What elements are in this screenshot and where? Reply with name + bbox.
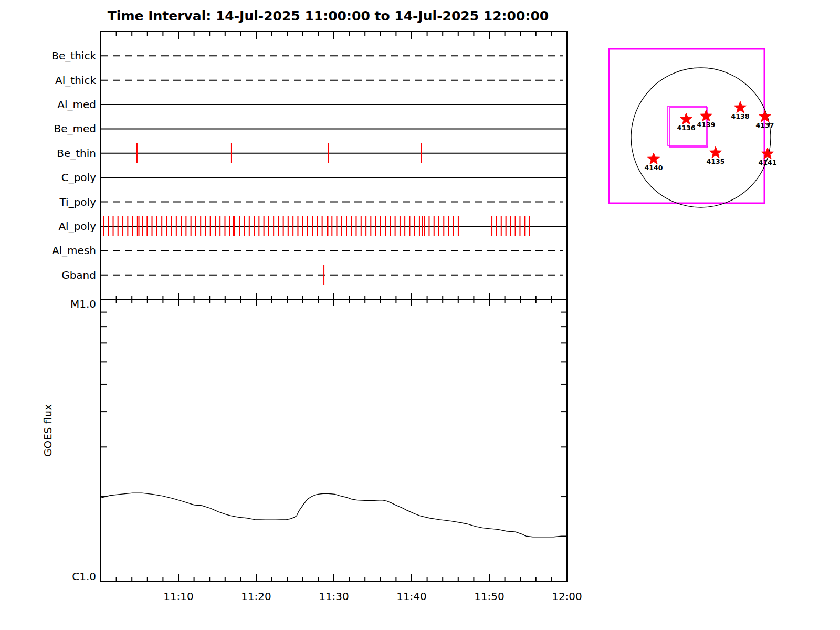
filter-label: Al_med xyxy=(57,98,96,111)
time-tick-label: 12:00 xyxy=(552,590,582,603)
filter-label: C_poly xyxy=(61,171,96,184)
active-region-star xyxy=(734,101,747,113)
observation-summary-plot: Be_thickAl_thickAl_medBe_medBe_thinC_pol… xyxy=(0,0,840,630)
time-tick-label: 11:10 xyxy=(163,590,194,603)
goes-panel-border xyxy=(101,299,567,582)
active-region-star xyxy=(700,110,712,121)
goes-flux-curve xyxy=(101,493,567,537)
filter-label: Ti_poly xyxy=(59,196,97,208)
filter-label: Al_thick xyxy=(55,74,96,87)
time-tick-label: 11:40 xyxy=(396,590,427,603)
filter-label: Al_mesh xyxy=(52,244,96,257)
time-tick-label: 11:50 xyxy=(474,590,505,603)
active-region-star xyxy=(680,113,692,124)
goes-ymax-label: M1.0 xyxy=(70,298,96,310)
active-region-label: 4139 xyxy=(697,121,716,129)
active-region-star xyxy=(710,146,722,158)
filter-label: Gband xyxy=(61,269,96,281)
filter-label: Be_thick xyxy=(51,49,96,62)
plot-canvas: Time Interval: 14-Jul-2025 11:00:00 to 1… xyxy=(0,0,840,630)
filter-label: Be_thin xyxy=(57,147,96,160)
time-tick-label: 11:20 xyxy=(241,590,271,603)
active-region-star xyxy=(648,153,660,164)
filter-label: Al_poly xyxy=(58,220,96,233)
active-region-label: 4137 xyxy=(756,121,774,129)
active-region-label: 4138 xyxy=(731,112,750,120)
goes-ymin-label: C1.0 xyxy=(72,570,96,583)
active-region-label: 4136 xyxy=(677,124,696,132)
solar-disk xyxy=(631,68,771,207)
active-region-label: 4141 xyxy=(759,159,777,166)
goes-axis-title: GOES flux xyxy=(41,404,54,457)
time-tick-label: 11:30 xyxy=(319,590,349,603)
active-region-label: 4135 xyxy=(707,158,725,165)
active-region-label: 4140 xyxy=(645,164,663,172)
timeline-panel-border xyxy=(101,32,567,299)
filter-label: Be_med xyxy=(54,122,96,135)
